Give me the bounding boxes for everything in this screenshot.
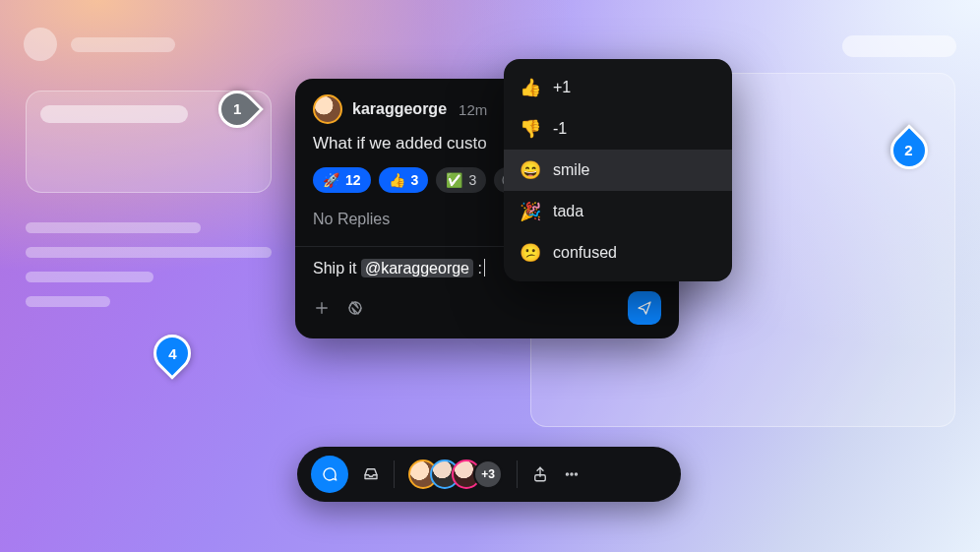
dock-separator bbox=[517, 460, 518, 488]
emoji-option[interactable]: 🎉 tada bbox=[504, 191, 732, 232]
compose-text: Ship it bbox=[313, 260, 361, 276]
reaction-chip[interactable]: ✅ 3 bbox=[436, 167, 486, 193]
emoji-label: +1 bbox=[553, 79, 571, 96]
attach-button[interactable] bbox=[313, 299, 331, 317]
svg-point-8 bbox=[566, 473, 568, 475]
emoji-label: confused bbox=[553, 244, 617, 262]
reaction-chip[interactable]: 🚀 12 bbox=[313, 167, 371, 193]
aperture-button[interactable] bbox=[346, 299, 364, 317]
emoji-option[interactable]: 👍 +1 bbox=[504, 67, 732, 108]
workspace-avatar bbox=[24, 28, 57, 61]
callout-label: 1 bbox=[233, 101, 241, 118]
emoji-picker: 👍 +1 👎 -1 😄 smile 🎉 tada 😕 confused bbox=[504, 59, 732, 281]
presence-avatars: +3 bbox=[408, 460, 503, 489]
sidebar-line bbox=[26, 247, 272, 258]
callout-4[interactable]: 4 bbox=[146, 327, 199, 380]
svg-point-10 bbox=[575, 473, 577, 475]
aperture-icon bbox=[346, 299, 364, 317]
share-button[interactable] bbox=[531, 465, 549, 483]
workspace-title-placeholder bbox=[71, 37, 175, 52]
emoji-icon: 😄 bbox=[520, 159, 541, 181]
emoji-icon: 🎉 bbox=[520, 201, 541, 222]
topright-placeholder bbox=[842, 35, 956, 57]
reaction-emoji: ✅ bbox=[446, 172, 462, 188]
sidebar-line bbox=[26, 222, 201, 233]
presence-more-label: +3 bbox=[481, 467, 495, 481]
send-icon bbox=[636, 299, 653, 317]
reaction-emoji: 👍 bbox=[389, 172, 405, 188]
sidebar-line bbox=[26, 296, 110, 307]
emoji-label: -1 bbox=[553, 120, 567, 138]
emoji-icon: 😕 bbox=[520, 242, 541, 264]
reaction-count: 12 bbox=[345, 172, 361, 188]
share-icon bbox=[531, 465, 549, 483]
reaction-count: 3 bbox=[468, 172, 476, 188]
workspace-header bbox=[24, 28, 175, 61]
comments-button[interactable] bbox=[311, 456, 348, 493]
callout-label: 4 bbox=[168, 345, 176, 362]
emoji-option-selected[interactable]: 😄 smile bbox=[504, 150, 732, 191]
sidebar-list bbox=[26, 222, 272, 307]
plus-icon bbox=[313, 299, 331, 317]
compose-suffix: : bbox=[473, 260, 482, 276]
inbox-button[interactable] bbox=[362, 465, 380, 483]
reaction-chip[interactable]: 👍 3 bbox=[379, 167, 429, 193]
compose-toolbar bbox=[313, 291, 661, 325]
dock-separator bbox=[394, 460, 395, 488]
author-avatar[interactable] bbox=[313, 94, 342, 124]
send-button[interactable] bbox=[628, 291, 661, 325]
reaction-emoji: 🚀 bbox=[323, 172, 339, 188]
dock: +3 bbox=[297, 447, 681, 502]
chat-icon bbox=[321, 465, 338, 483]
author-name[interactable]: karaggeorge bbox=[352, 100, 447, 118]
post-time: 12m bbox=[459, 101, 487, 118]
callout-label: 2 bbox=[905, 143, 913, 159]
svg-point-9 bbox=[571, 473, 573, 475]
presence-more[interactable]: +3 bbox=[473, 460, 503, 489]
emoji-label: smile bbox=[553, 161, 589, 179]
emoji-label: tada bbox=[553, 203, 583, 220]
sidebar-line bbox=[26, 272, 153, 282]
dots-icon bbox=[563, 465, 581, 483]
emoji-icon: 👍 bbox=[520, 77, 541, 98]
emoji-option[interactable]: 👎 -1 bbox=[504, 108, 732, 150]
emoji-icon: 👎 bbox=[520, 118, 541, 140]
emoji-option[interactable]: 😕 confused bbox=[504, 232, 732, 274]
dock-more-button[interactable] bbox=[563, 465, 581, 483]
inbox-icon bbox=[362, 465, 380, 483]
compose-mention[interactable]: @karaggeorge bbox=[361, 259, 473, 277]
left-panel-line bbox=[40, 105, 188, 123]
text-cursor bbox=[484, 259, 485, 276]
reaction-count: 3 bbox=[411, 172, 419, 188]
